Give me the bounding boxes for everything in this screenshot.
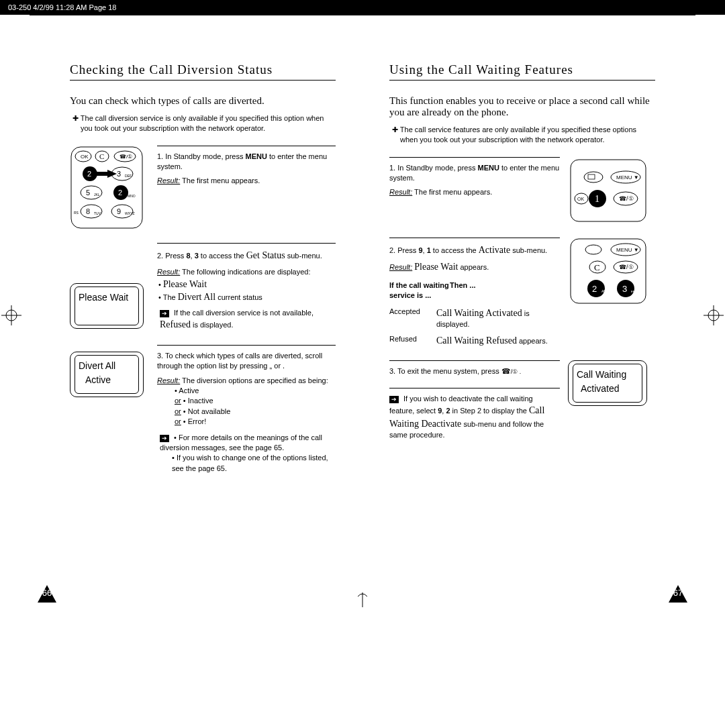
page-number-text: 66: [36, 584, 58, 605]
t: The diversion options are specified as b…: [180, 376, 328, 384]
note-right: The call service features are only avail…: [400, 125, 655, 145]
screen-text-l2: Activated: [574, 382, 641, 396]
svg-point-49: [585, 245, 601, 254]
page-right: Using the Call Waiting Features This fun…: [362, 15, 695, 605]
screen-please-wait: Please Wait: [70, 243, 145, 329]
note-arrow-icon: ➔: [389, 396, 399, 403]
t: /① .: [511, 368, 522, 375]
lead-left: You can check which types of calls are d…: [70, 95, 336, 107]
print-slug: 03-250 4/2/99 11:28 AM Page 18: [8, 3, 116, 11]
step1-left-text: 1. In Standby mode, press MENU to enter …: [157, 146, 336, 187]
t: MENU: [477, 164, 499, 172]
t: • If you wish to change one of the optio…: [172, 453, 336, 474]
t: to access the: [431, 246, 479, 254]
tbl-r2a: Refused: [389, 334, 436, 344]
svg-text:8: 8: [86, 207, 90, 215]
result-label: Result:: [157, 376, 180, 384]
row-step1-right: 1. In Standby mode, press MENU to enter …: [389, 157, 655, 224]
section-title-left: Checking the Call Diversion Status: [70, 62, 336, 77]
t: to access the: [199, 252, 246, 260]
section-title-right: Using the Call Waiting Features: [389, 62, 655, 77]
svg-text:2: 2: [118, 189, 122, 197]
spread: Checking the Call Diversion Status You c…: [30, 15, 695, 605]
svg-text:WXYZ: WXYZ: [125, 211, 134, 215]
t: is displayed.: [191, 321, 234, 329]
menu-bold: MENU: [245, 152, 267, 160]
title-rule: [70, 80, 336, 81]
keypad-illustration: OK C ☎/① 2 3DEF 5JKL 2 MNO 8TUV 9WXYZ: [70, 146, 145, 229]
lead-right: This function enables you to receive or …: [389, 95, 655, 118]
svg-text:2: 2: [87, 170, 91, 178]
result-text: The first menu appears.: [180, 176, 260, 185]
svg-rect-35: [571, 160, 646, 221]
svg-text:2: 2: [592, 284, 597, 294]
t: •: [158, 280, 163, 289]
svg-text:JKL: JKL: [94, 193, 100, 197]
note-left: The call diversion service is only avail…: [81, 113, 336, 134]
row-step2-right: 2. Press 9, 1 to access the Activate sub…: [389, 238, 655, 348]
row-step1-left: OK C ☎/① 2 3DEF 5JKL 2 MNO 8TUV 9WXYZ: [70, 146, 336, 229]
t: 3. To exit the menu system, press: [389, 367, 501, 375]
page-number-text: 67: [667, 584, 689, 605]
mini-phone-2: MENU ▼ C ☎/① 2ABC 3EF: [568, 238, 655, 305]
step1-right-text: 1. In Standby mode, press MENU to enter …: [389, 157, 560, 198]
svg-text:9: 9: [117, 207, 121, 215]
svg-text:OK: OK: [577, 197, 584, 201]
t: • The: [158, 293, 178, 301]
t: 1. In Standby mode, press: [157, 152, 245, 160]
result-label: Result:: [157, 268, 180, 276]
t: Get Status: [246, 250, 285, 260]
page-number-right: 67: [667, 584, 689, 605]
svg-text:OK: OK: [81, 154, 89, 160]
page-number-left: 66: [36, 584, 58, 605]
t: Activate: [479, 245, 510, 255]
t: sub-menu.: [285, 252, 322, 260]
or: or: [175, 407, 181, 415]
opt: • Error!: [183, 417, 206, 425]
result-label: Result:: [389, 188, 412, 196]
svg-text:MNO: MNO: [128, 194, 136, 198]
t: If the call diversion service is not ava…: [174, 309, 313, 317]
t: Please Wait: [163, 279, 207, 289]
svg-text:TUV: TUV: [94, 211, 101, 215]
svg-rect-37: [588, 174, 595, 179]
crop-mark-top: [355, 0, 370, 15]
tbl-th2: Then ...: [450, 280, 476, 291]
step2-right-text: 2. Press 9, 1 to access the Activate sub…: [389, 238, 560, 348]
t: The following indications are displayed:: [180, 268, 310, 276]
svg-point-36: [584, 172, 603, 183]
t: The first menu appears.: [412, 188, 492, 196]
or: or: [175, 397, 181, 405]
svg-text:DEF: DEF: [125, 174, 132, 178]
t: 3. To check which types of calls are div…: [157, 351, 336, 372]
result-label: Result:: [157, 176, 180, 185]
title-rule: [389, 80, 655, 81]
t: Call Waiting Activated: [436, 308, 522, 318]
row-step3-right: 3. To exit the menu system, press ☎/① . …: [389, 360, 655, 440]
svg-text:☎/①: ☎/①: [119, 154, 132, 160]
tbl-th1: If the call waiting service is ...: [389, 280, 450, 301]
registration-mark-right: [704, 305, 724, 325]
t: sub-menu.: [510, 246, 547, 254]
screen-call-waiting: Call Waiting Activated: [568, 360, 655, 406]
step2-left-text: 2. Press 8, 3 to access the Get Status s…: [157, 243, 336, 331]
screen-text-l1: Divert All: [76, 359, 138, 373]
t: appears.: [517, 337, 548, 345]
t: 2. Press: [389, 246, 418, 254]
result-label: Result:: [389, 263, 412, 271]
svg-text:ABC: ABC: [601, 289, 609, 293]
t: appears.: [460, 263, 489, 271]
svg-text:RS: RS: [74, 211, 79, 215]
t: in Step 2 to display the: [450, 407, 529, 415]
t: Refused: [160, 319, 191, 329]
mini-phone-1: MENU ▼ 1 ☎/① OK: [568, 157, 655, 224]
svg-text:C: C: [99, 152, 104, 160]
row-step3-left: Divert All Active 3. To check which type…: [70, 345, 336, 474]
row-step2-left: Please Wait 2. Press 8, 3 to access the …: [70, 243, 336, 331]
note-arrow-icon: ➔: [160, 435, 169, 442]
tbl-r1a: Accepted: [389, 307, 436, 317]
opt: • Not available: [183, 407, 231, 415]
svg-text:5: 5: [86, 189, 90, 197]
screen-divert-all: Divert All Active: [70, 345, 145, 397]
svg-text:3: 3: [622, 284, 627, 294]
